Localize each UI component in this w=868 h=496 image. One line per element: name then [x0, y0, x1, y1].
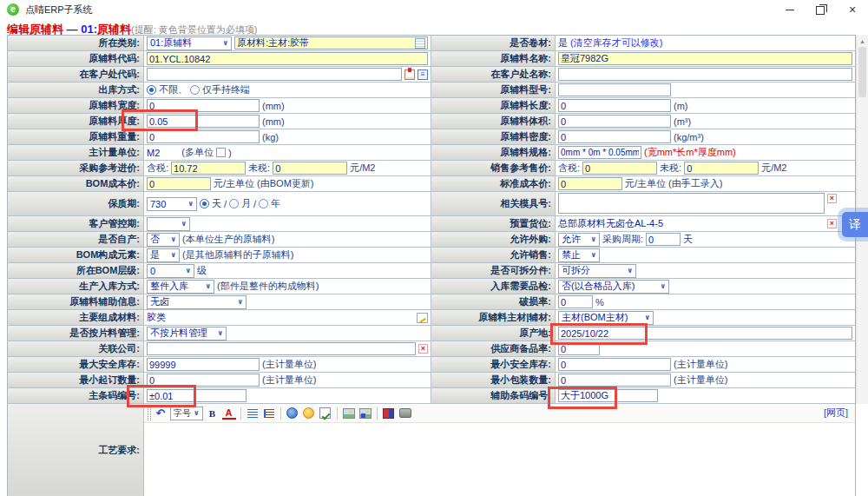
min-order-input[interactable] — [147, 374, 260, 387]
main-aux-label: 原辅料主材|辅材: — [431, 310, 556, 325]
snapshot-icon[interactable] — [398, 407, 412, 420]
bom-level-select[interactable]: 0∨ — [147, 264, 194, 278]
min-safe-stock-input[interactable] — [558, 358, 671, 371]
allow-sale-select[interactable]: 禁止∨ — [558, 248, 600, 262]
related-company-input[interactable] — [147, 342, 416, 355]
length-label: 原辅料长度: — [431, 98, 556, 113]
name-input[interactable] — [558, 52, 852, 65]
emoji-icon[interactable] — [302, 407, 316, 420]
code-input[interactable] — [147, 52, 428, 65]
spec-input[interactable] — [558, 146, 641, 159]
required-hint: (提醒: 黄色背景位置为必填项) — [131, 24, 257, 35]
length-input[interactable] — [558, 99, 671, 112]
location-value: 总部原材料无卤仓AL-4-5 — [558, 217, 663, 230]
main-aux-select[interactable]: 主材(BOM主材)∨ — [558, 311, 654, 325]
customer-name-input[interactable] — [558, 68, 852, 81]
font-size-select[interactable]: 字号∨ — [170, 407, 203, 420]
undo-icon[interactable]: ↶ — [154, 407, 168, 420]
save-image-icon[interactable] — [358, 407, 372, 420]
category-path-field[interactable]: 原材料:主材:胶带 — [234, 36, 428, 50]
multi-unit-checkbox[interactable] — [216, 148, 226, 157]
width-input[interactable] — [147, 99, 260, 112]
company-clear-icon[interactable]: × — [418, 344, 428, 354]
supplier-spare-rate-input[interactable] — [558, 342, 600, 355]
production-inbound-select[interactable]: 整件入库∨ — [147, 280, 214, 294]
close-button[interactable]: × — [837, 0, 868, 19]
font-color-icon[interactable]: A — [222, 407, 236, 420]
production-inbound-label: 生产入库方式: — [8, 279, 144, 294]
shelf-life-select[interactable]: 730∨ — [147, 197, 197, 211]
main-unit-label: 主计量单位: — [8, 145, 144, 160]
shelf-life-label: 保质期: — [8, 192, 144, 215]
model-input[interactable] — [558, 83, 671, 96]
shelf-day-radio[interactable] — [200, 199, 209, 208]
outbound-unlimited-radio[interactable] — [147, 85, 156, 95]
splittable-select[interactable]: 可拆分∨ — [558, 264, 636, 278]
origin-input[interactable] — [558, 327, 852, 340]
shelf-year-radio[interactable] — [259, 199, 268, 208]
weight-input[interactable] — [147, 130, 260, 143]
bom-element-select[interactable]: 是∨ — [147, 248, 180, 262]
std-cost-input[interactable] — [558, 177, 622, 190]
edit-icon[interactable] — [417, 313, 428, 323]
bom-cost-input[interactable] — [147, 177, 211, 190]
damage-rate-input[interactable] — [558, 295, 593, 308]
main-barcode-input[interactable] — [147, 389, 247, 402]
volume-label: 原辅料体积: — [431, 114, 556, 129]
translate-badge[interactable]: 译 — [842, 212, 868, 237]
outbound-handheld-radio[interactable] — [190, 85, 200, 95]
category-picker-icon[interactable] — [415, 38, 425, 49]
insert-image-icon[interactable] — [342, 407, 356, 420]
page-title-action: 编辑原辅料 — [7, 23, 63, 36]
sheet-mgmt-select[interactable]: 不按片料管理∨ — [147, 327, 227, 341]
scrollbar-thumb[interactable] — [858, 47, 866, 97]
edit-material-form: 所在类别: 01:原辅料∨ 原材料:主材:胶带 是否卷材: 是 (清空库存才可以… — [7, 35, 856, 496]
thickness-input[interactable] — [147, 115, 260, 128]
flag-icon[interactable] — [382, 407, 396, 420]
volume-input[interactable] — [558, 115, 671, 128]
restore-button[interactable] — [806, 0, 837, 19]
min-package-input[interactable] — [558, 374, 671, 387]
self-produced-select[interactable]: 否∨ — [147, 233, 180, 247]
mold-clear-icon[interactable]: × — [827, 194, 837, 203]
sale-notax-input[interactable] — [684, 162, 759, 175]
aux-barcode-input[interactable] — [558, 389, 658, 402]
inbound-inspection-select[interactable]: 否(以合格品入库)∨ — [558, 280, 669, 294]
export-icon[interactable] — [404, 69, 415, 80]
density-input[interactable] — [558, 130, 671, 143]
aux-info-select[interactable]: 无卤∨ — [147, 295, 247, 309]
craft-editor-body[interactable] — [144, 423, 855, 496]
category-select[interactable]: 01:原辅料∨ — [147, 36, 232, 50]
sale-tax-input[interactable] — [582, 162, 657, 175]
purchase-tax-input[interactable] — [171, 162, 246, 175]
scroll-up-arrow[interactable]: ▲ — [857, 35, 868, 47]
window-title: 点睛ERP子系统 — [25, 3, 93, 17]
hyperlink-globe-icon[interactable] — [286, 407, 299, 420]
location-clear-icon[interactable]: × — [827, 219, 837, 228]
edit-note-icon[interactable] — [319, 407, 332, 420]
webpage-mode-link[interactable]: [网页] — [824, 407, 852, 420]
allow-purchase-select[interactable]: 允许∨ — [558, 233, 600, 247]
density-label: 原辅料密度: — [431, 129, 556, 144]
is-roll-note: (清空库存才可以修改) — [570, 36, 662, 50]
browse-icon[interactable]: ≡ — [418, 69, 428, 80]
bold-icon[interactable]: B — [206, 407, 220, 420]
mold-no-textarea[interactable] — [558, 193, 825, 214]
align-icon[interactable] — [246, 407, 260, 420]
toolbar-drag-handle-icon[interactable] — [148, 407, 151, 420]
list-icon[interactable] — [262, 407, 276, 420]
purchase-notax-input[interactable] — [273, 162, 347, 175]
shelf-month-radio[interactable] — [229, 199, 239, 208]
max-stock-input[interactable] — [147, 358, 260, 371]
weight-label: 原辅料重量: — [8, 129, 144, 144]
row-prices: 采购参考进价: 含税: 未税: 元/M2 销售参考售价: 含税: 未税: 元/M… — [8, 161, 855, 176]
customer-control-select[interactable]: ∨ — [147, 217, 190, 231]
minimize-button[interactable] — [774, 0, 806, 19]
outbound-label: 出库方式: — [8, 83, 144, 97]
purchase-cycle-input[interactable] — [646, 233, 681, 246]
is-roll-label: 是否卷材: — [431, 36, 556, 50]
row-bomelement-sale: BOM构成元素: 是∨(是其他原辅料的子原辅料) 允许销售: 禁止∨ — [8, 248, 855, 263]
location-label: 预置货位: — [431, 216, 556, 231]
category-label: 所在类别: — [8, 36, 144, 50]
customer-code-input[interactable] — [147, 68, 402, 81]
